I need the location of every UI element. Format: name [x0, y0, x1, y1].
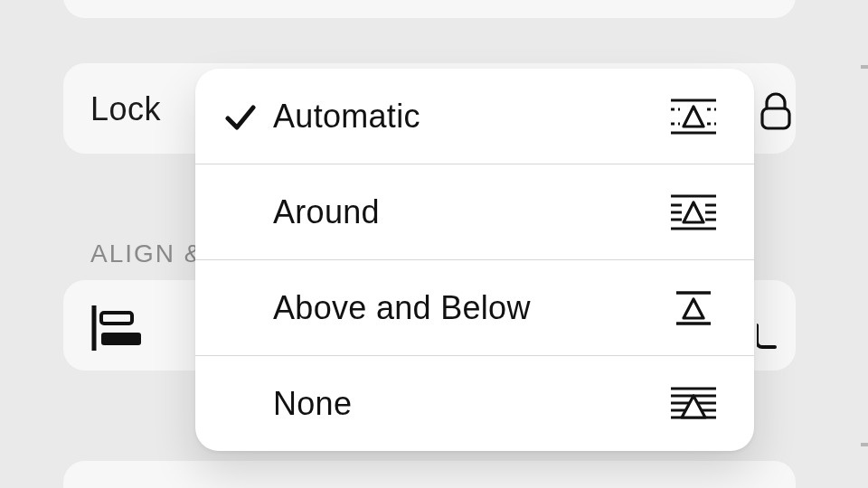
menu-item-around[interactable]: Around [195, 164, 754, 259]
lock-label: Lock [90, 90, 161, 128]
menu-item-label: Around [273, 193, 669, 231]
card-below [63, 461, 796, 488]
menu-item-above-below[interactable]: Above and Below [195, 259, 754, 355]
menu-item-label: None [273, 385, 669, 423]
margin-tick [861, 443, 868, 446]
menu-item-label: Automatic [273, 98, 669, 136]
menu-item-none[interactable]: None [195, 355, 754, 451]
svg-rect-0 [762, 108, 789, 128]
settings-panel: Lock ALIGN & Automatic [0, 0, 868, 488]
text-wrap-menu: Automatic Around [195, 69, 754, 451]
card-above [63, 0, 796, 18]
align-left-icon [90, 305, 145, 351]
wrap-none-icon [669, 384, 718, 424]
wrap-around-icon [669, 192, 718, 232]
margin-tick [861, 65, 868, 69]
page-edge-fragment [757, 324, 777, 349]
lock-icon [758, 90, 794, 132]
menu-item-automatic[interactable]: Automatic [195, 69, 754, 164]
checkmark-icon [222, 99, 259, 135]
align-section-header: ALIGN & [90, 239, 203, 268]
svg-rect-3 [101, 333, 141, 345]
svg-rect-2 [101, 313, 132, 324]
wrap-automatic-icon [669, 97, 718, 136]
wrap-above-below-icon [669, 288, 718, 328]
menu-item-label: Above and Below [273, 289, 669, 327]
